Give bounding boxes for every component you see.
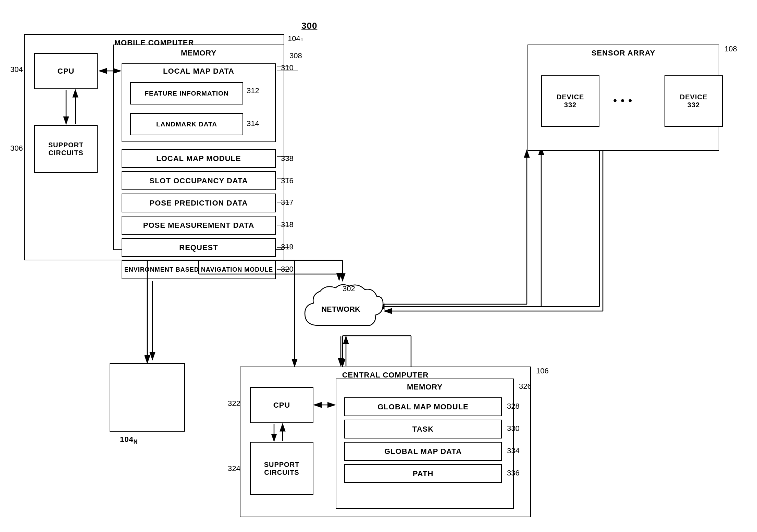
landmark-data-ref: 314 bbox=[247, 119, 259, 128]
feature-info-box: FEATURE INFORMATION bbox=[130, 82, 243, 104]
pose-prediction-box: POSE PREDICTION DATA bbox=[122, 194, 276, 212]
feature-info-ref: 312 bbox=[247, 86, 259, 95]
mobile-n-ref: 104N bbox=[120, 435, 138, 445]
central-cpu-box: CPU bbox=[250, 387, 313, 423]
cpu-ref: 304 bbox=[10, 65, 23, 74]
slot-occupancy-ref: 316 bbox=[281, 176, 294, 185]
global-map-module-ref: 328 bbox=[507, 402, 520, 411]
diagram-ref: 300 bbox=[301, 21, 317, 31]
support-circuits-ref: 306 bbox=[10, 144, 23, 153]
env-nav-module-box: ENVIRONMENT BASED NAVIGATION MODULE bbox=[122, 260, 276, 279]
env-nav-module-ref: 320 bbox=[281, 265, 294, 274]
central-support-circuits-ref: 324 bbox=[228, 464, 240, 473]
sensor-array-ref: 108 bbox=[724, 45, 737, 53]
pose-measurement-ref: 318 bbox=[281, 220, 294, 229]
sensor-array-dots: • • • bbox=[613, 94, 632, 107]
central-cpu-ref: 322 bbox=[228, 399, 240, 408]
mobile-computer-ref: 104₁ bbox=[288, 34, 303, 43]
global-map-data-box: GLOBAL MAP DATA bbox=[344, 442, 502, 461]
memory-ref: 308 bbox=[289, 51, 302, 60]
slot-occupancy-box: SLOT OCCUPANCY DATA bbox=[122, 171, 276, 190]
device-332-left: DEVICE 332 bbox=[541, 75, 599, 127]
task-box: TASK bbox=[344, 420, 502, 438]
local-map-data-ref: 310 bbox=[281, 63, 294, 72]
request-ref: 319 bbox=[281, 243, 294, 251]
task-ref: 330 bbox=[507, 424, 520, 433]
path-box: PATH bbox=[344, 464, 502, 483]
network-cloud: NETWORK bbox=[298, 281, 384, 336]
local-map-module-box: LOCAL MAP MODULE bbox=[122, 149, 276, 168]
central-support-circuits-box: SUPPORT CIRCUITS bbox=[250, 442, 313, 495]
device-332-right: DEVICE 332 bbox=[665, 75, 723, 127]
pose-measurement-box: POSE MEASUREMENT DATA bbox=[122, 216, 276, 235]
local-map-module-ref: 338 bbox=[281, 154, 294, 163]
global-map-data-ref: 334 bbox=[507, 446, 520, 455]
central-memory-ref: 326 bbox=[519, 382, 532, 391]
mobile-computer-n-box bbox=[110, 363, 185, 432]
path-ref: 336 bbox=[507, 469, 520, 478]
pose-prediction-ref: 317 bbox=[281, 198, 294, 207]
network-ref: 302 bbox=[343, 284, 355, 293]
central-computer-ref: 106 bbox=[536, 367, 549, 375]
support-circuits-box: SUPPORT CIRCUITS bbox=[34, 125, 98, 173]
svg-text:NETWORK: NETWORK bbox=[321, 305, 360, 313]
request-box: REQUEST bbox=[122, 238, 276, 257]
global-map-module-box: GLOBAL MAP MODULE bbox=[344, 397, 502, 416]
cpu-box: CPU bbox=[34, 53, 98, 89]
arrow-to-mobile-n bbox=[144, 281, 161, 367]
landmark-data-box: LANDMARK DATA bbox=[130, 113, 243, 135]
